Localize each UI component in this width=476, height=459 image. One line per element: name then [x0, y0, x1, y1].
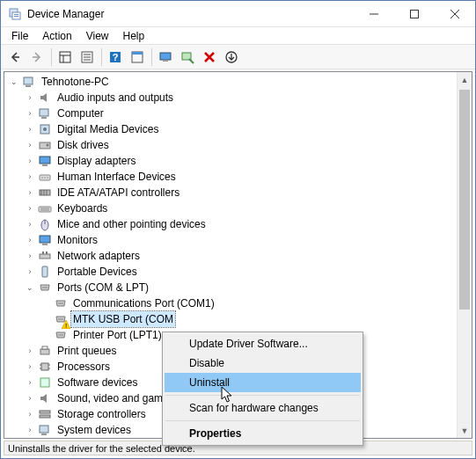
expander-icon[interactable]: ›: [24, 155, 36, 167]
tree-root[interactable]: ⌄Tehnotone-PC: [6, 74, 472, 90]
category-icon: [38, 360, 52, 374]
category-icon: [38, 91, 52, 105]
scroll-up-arrow[interactable]: ▲: [458, 72, 472, 87]
tree-item-label: Audio inputs and outputs: [55, 90, 175, 106]
tree-item-label: Communications Port (COM1): [71, 295, 216, 311]
properties-button[interactable]: [77, 47, 98, 68]
context-menu-uninstall[interactable]: Uninstall: [165, 373, 361, 392]
minimize-button[interactable]: [354, 1, 394, 27]
context-menu-scan-for-hardware-changes[interactable]: Scan for hardware changes: [165, 398, 361, 418]
category-digital-media-devices[interactable]: ›Digital Media Devices: [6, 121, 472, 137]
uninstall-button[interactable]: [199, 47, 220, 68]
context-menu-disable[interactable]: Disable: [165, 353, 361, 373]
svg-point-56: [46, 287, 48, 288]
tree-item-label: Keyboards: [55, 200, 109, 216]
menu-view[interactable]: View: [79, 28, 116, 44]
svg-rect-49: [42, 244, 48, 245]
show-hide-tree-button[interactable]: [55, 47, 76, 68]
context-menu-separator: [165, 395, 360, 396]
menu-action[interactable]: Action: [35, 28, 78, 44]
tree-item-label: Sound, video and game: [55, 390, 171, 406]
titlebar: Device Manager: [1, 1, 475, 27]
svg-point-55: [44, 287, 46, 288]
expander-icon[interactable]: ›: [24, 139, 36, 151]
category-icon: [38, 154, 52, 168]
back-button[interactable]: [4, 47, 26, 68]
scroll-down-arrow[interactable]: ▼: [458, 423, 472, 438]
tree-item-label: Network adapters: [55, 248, 142, 264]
tree-item-label: Digital Media Devices: [55, 121, 160, 137]
category-icon: [38, 201, 52, 215]
tree-item-label: Software devices: [55, 375, 139, 390]
scan-hardware-button[interactable]: [177, 47, 198, 68]
context-menu-separator: [165, 420, 360, 421]
svg-point-58: [60, 302, 62, 304]
menubar: File Action View Help: [1, 27, 475, 45]
category-keyboards[interactable]: ›Keyboards: [6, 200, 472, 216]
svg-rect-77: [40, 415, 50, 418]
expander-icon[interactable]: ›: [24, 186, 36, 199]
svg-rect-51: [42, 251, 44, 254]
expander-icon[interactable]: ›: [24, 250, 36, 262]
category-portable-devices[interactable]: ›Portable Devices: [6, 264, 472, 280]
enable-button[interactable]: [221, 47, 242, 68]
menu-file[interactable]: File: [4, 28, 35, 44]
scrollbar[interactable]: ▲ ▼: [457, 72, 472, 438]
category-icon: [38, 217, 52, 231]
expander-icon[interactable]: ›: [24, 266, 36, 278]
category-network-adapters[interactable]: ›Network adapters: [6, 248, 472, 264]
expander-icon[interactable]: ⌄: [24, 281, 36, 294]
tree-item-label: System devices: [55, 422, 133, 438]
forward-button[interactable]: [26, 47, 48, 68]
category-icon: [38, 249, 52, 263]
expander-icon[interactable]: ⌄: [8, 76, 20, 88]
expander-icon[interactable]: ›: [24, 345, 36, 357]
category-mice-and-other-pointing-devices[interactable]: ›Mice and other pointing devices: [6, 216, 472, 232]
category-ports-com-lpt-[interactable]: ⌄Ports (COM & LPT): [6, 280, 472, 295]
tree-item-label: Monitors: [55, 232, 99, 248]
category-monitors[interactable]: ›Monitors: [6, 232, 472, 248]
tree-item-label: Disk drives: [55, 137, 111, 153]
svg-rect-3: [14, 16, 18, 17]
expander-icon[interactable]: ›: [24, 424, 36, 436]
menu-help[interactable]: Help: [116, 28, 152, 44]
device-communications-port-com1-[interactable]: Communications Port (COM1): [6, 295, 472, 311]
category-icon: [38, 344, 52, 358]
expander-icon[interactable]: ›: [24, 107, 36, 120]
update-driver-button[interactable]: [155, 47, 176, 68]
category-icon: [38, 106, 52, 120]
svg-rect-50: [40, 254, 50, 259]
svg-rect-27: [40, 109, 48, 116]
scrollbar-thumb[interactable]: [459, 90, 470, 310]
expander-icon[interactable]: ›: [24, 392, 36, 404]
category-icon: [38, 407, 52, 421]
svg-rect-33: [40, 157, 50, 164]
category-computer[interactable]: ›Computer: [6, 106, 472, 121]
category-disk-drives[interactable]: ›Disk drives: [6, 137, 472, 153]
console-tree-button[interactable]: [127, 47, 148, 68]
expander-icon[interactable]: ›: [24, 376, 36, 389]
expander-icon[interactable]: ›: [24, 408, 36, 420]
svg-point-38: [47, 177, 48, 178]
category-audio-inputs-and-outputs[interactable]: ›Audio inputs and outputs: [6, 90, 472, 106]
expander-icon[interactable]: ›: [24, 123, 36, 135]
expander-icon[interactable]: ›: [24, 361, 36, 373]
svg-rect-70: [41, 363, 48, 370]
category-ide-ata-atapi-controllers[interactable]: ›IDE ATA/ATAPI controllers: [6, 185, 472, 200]
close-button[interactable]: [435, 1, 475, 27]
expander-icon[interactable]: ›: [24, 234, 36, 246]
expander-icon[interactable]: ›: [24, 171, 36, 183]
context-menu-properties[interactable]: Properties: [165, 424, 361, 443]
category-human-interface-devices[interactable]: ›Human Interface Devices: [6, 169, 472, 185]
device-mtk-usb-port-com[interactable]: !MTK USB Port (COM: [6, 311, 472, 327]
category-icon: [38, 122, 52, 136]
category-icon: [38, 265, 52, 279]
expander-icon[interactable]: ›: [24, 218, 36, 230]
help-button[interactable]: ?: [105, 47, 126, 68]
maximize-button[interactable]: [394, 1, 435, 27]
category-display-adapters[interactable]: ›Display adapters: [6, 153, 472, 169]
expander-icon[interactable]: ›: [24, 202, 36, 215]
svg-rect-53: [42, 266, 48, 277]
context-menu-update-driver-software-[interactable]: Update Driver Software...: [165, 334, 361, 353]
expander-icon[interactable]: ›: [24, 91, 36, 104]
